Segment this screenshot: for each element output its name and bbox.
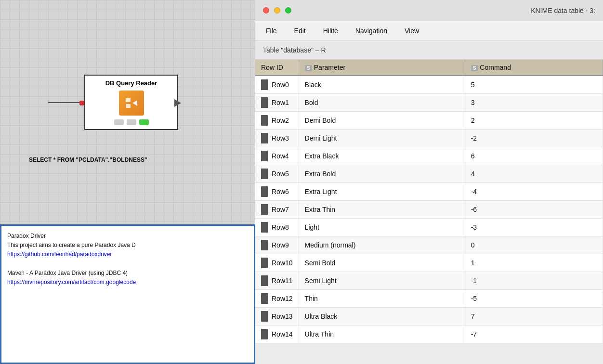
node-icon [119, 91, 144, 116]
cell-parameter: Extra Bold [299, 165, 465, 183]
table-header-text: Table "database" – R [263, 46, 326, 54]
menu-bar: File Edit Hilite Navigation View [255, 21, 603, 40]
row-id-value: Row6 [272, 188, 289, 195]
cell-parameter: Demi Light [299, 130, 465, 147]
info-line4 [7, 260, 248, 269]
db-query-reader-node[interactable]: DB Query Reader [84, 75, 178, 130]
info-line2: This project aims to create a pure Parad… [7, 241, 248, 250]
menu-navigation[interactable]: Navigation [353, 25, 390, 37]
row-id-value: Row12 [272, 295, 293, 302]
menu-edit[interactable]: Edit [291, 25, 309, 37]
cell-command: 3 [465, 94, 603, 112]
table-row: Row5Extra Bold4 [255, 165, 603, 183]
menu-view[interactable]: View [402, 25, 422, 37]
cell-parameter: Extra Thin [299, 201, 465, 219]
cell-parameter: Semi Bold [299, 254, 465, 272]
table-row: Row12Thin-5 [255, 290, 603, 308]
row-id-value: Row2 [272, 117, 289, 124]
row-color-indicator [261, 275, 268, 286]
status-bar [91, 119, 171, 125]
svg-marker-2 [132, 100, 137, 106]
cell-rowid: Row9 [255, 236, 299, 254]
data-table: Row ID SParameter SCommand Row0Black5Row… [255, 60, 603, 343]
cell-command: -1 [465, 272, 603, 290]
table-row: Row1Bold3 [255, 94, 603, 112]
bottom-info-panel: Paradox Driver This project aims to crea… [0, 224, 255, 364]
cell-command: 1 [465, 254, 603, 272]
maximize-button[interactable] [285, 7, 291, 13]
cell-parameter: Bold [299, 94, 465, 112]
cell-parameter: Ultra Thin [299, 325, 465, 343]
cell-parameter: Black [299, 76, 465, 94]
cell-parameter: Semi Light [299, 272, 465, 290]
node-title: DB Query Reader [91, 79, 171, 87]
table-row: Row7Extra Thin-6 [255, 201, 603, 219]
cell-rowid: Row1 [255, 94, 299, 111]
row-color-indicator [261, 79, 268, 90]
minimize-button[interactable] [274, 7, 280, 13]
table-row: Row11Semi Light-1 [255, 272, 603, 290]
cell-rowid: Row11 [255, 272, 299, 289]
cell-command: 7 [465, 308, 603, 325]
row-color-indicator [261, 97, 268, 108]
menu-file[interactable]: File [263, 25, 280, 37]
cell-command: 0 [465, 236, 603, 254]
table-row: Row3Demi Light-2 [255, 130, 603, 147]
cell-command: 6 [465, 147, 603, 165]
col-rowid[interactable]: Row ID [255, 60, 299, 76]
cell-rowid: Row2 [255, 112, 299, 129]
table-row: Row14Ultra Thin-7 [255, 325, 603, 343]
row-id-value: Row9 [272, 241, 289, 249]
status-light-1 [114, 119, 124, 125]
row-id-value: Row5 [272, 170, 289, 178]
cell-rowid: Row7 [255, 201, 299, 218]
cell-command: -3 [465, 219, 603, 236]
cell-command: 4 [465, 165, 603, 183]
cell-command: 5 [465, 76, 603, 94]
cell-command: -5 [465, 290, 603, 308]
row-color-indicator [261, 186, 268, 197]
table-header-row: Row ID SParameter SCommand [255, 60, 603, 76]
cell-rowid: Row13 [255, 308, 299, 325]
row-color-indicator [261, 258, 268, 268]
info-line6[interactable]: https://mvnrepository.com/artifact/com.g… [7, 278, 248, 287]
table-row: Row4Extra Black6 [255, 147, 603, 165]
cell-parameter: Medium (normal) [299, 236, 465, 254]
cell-command: -2 [465, 130, 603, 147]
cell-parameter: Light [299, 219, 465, 236]
window-title: KNIME data table - 3: [531, 7, 595, 14]
menu-hilite[interactable]: Hilite [320, 25, 341, 37]
col-command[interactable]: SCommand [465, 60, 603, 76]
close-button[interactable] [263, 7, 269, 13]
row-color-indicator [261, 222, 268, 233]
cell-rowid: Row12 [255, 290, 299, 307]
row-id-value: Row10 [272, 259, 293, 267]
row-id-value: Row0 [272, 81, 289, 89]
info-line3[interactable]: https://github.com/leonhad/paradoxdriver [7, 250, 248, 259]
cell-rowid: Row10 [255, 254, 299, 272]
cell-rowid: Row0 [255, 76, 299, 93]
table-row: Row13Ultra Black7 [255, 308, 603, 325]
table-row: Row6Extra Light-4 [255, 183, 603, 201]
row-id-value: Row8 [272, 223, 289, 231]
table-row: Row2Demi Bold2 [255, 112, 603, 130]
data-table-panel: KNIME data table - 3: File Edit Hilite N… [255, 0, 603, 364]
workflow-canvas: DB Query Reader [0, 0, 255, 364]
row-id-value: Row14 [272, 330, 293, 338]
table-row: Row0Black5 [255, 76, 603, 94]
cell-parameter: Thin [299, 290, 465, 308]
title-bar: KNIME data table - 3: [255, 0, 603, 21]
row-color-indicator [261, 311, 268, 322]
col-parameter[interactable]: SParameter [299, 60, 465, 76]
cell-rowid: Row8 [255, 219, 299, 236]
row-id-value: Row1 [272, 99, 289, 106]
row-color-indicator [261, 240, 268, 250]
status-light-3 [139, 119, 149, 125]
cell-parameter: Ultra Black [299, 308, 465, 325]
cell-command: 2 [465, 112, 603, 130]
row-id-value: Row13 [272, 312, 293, 320]
cell-parameter: Extra Black [299, 147, 465, 165]
table-container[interactable]: Row ID SParameter SCommand Row0Black5Row… [255, 60, 603, 364]
port-left [79, 101, 84, 105]
row-id-value: Row3 [272, 134, 289, 142]
